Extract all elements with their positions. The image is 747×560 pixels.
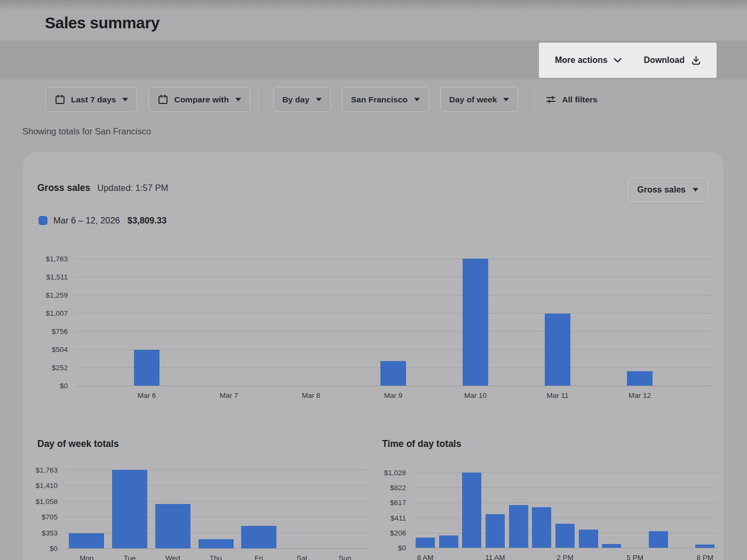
bar-3pm[interactable] [579,530,598,548]
bar-11am[interactable] [486,514,505,548]
metric-select-dropdown[interactable]: Gross sales [627,178,708,202]
gridline [75,277,711,277]
y-axis-label: $0 [398,544,406,552]
report-card: Gross sales Updated: 1:57 PM Gross sales… [23,152,724,560]
updated-timestamp: Updated: 1:57 PM [97,183,168,193]
bar-mar12[interactable] [627,371,653,386]
x-axis-label: Thu [195,554,237,560]
x-axis-label: Mar 9 [372,391,415,399]
bar-thu[interactable] [198,539,234,548]
granularity-filter-label: By day [282,95,309,105]
gridline [414,473,717,473]
gridline [65,485,367,486]
bar-wed[interactable] [155,504,190,549]
series-legend: Mar 6 – 12, 2026 $3,809.33 [38,215,166,226]
bar-mon[interactable] [69,533,104,548]
gridline [75,295,711,295]
x-axis-label: Mar 6 [125,391,168,399]
gridline [65,470,367,470]
bar-8am[interactable] [416,538,435,548]
caret-down-icon [316,98,322,101]
gridline [414,518,717,518]
location-filter-button[interactable]: San Francisco [342,87,429,112]
time-of-day-title: Time of day totals [382,438,461,450]
granularity-filter-button[interactable]: By day [273,87,331,112]
y-axis-label: $1,259 [46,291,68,299]
x-axis-label: 8 PM [684,554,726,560]
y-axis-label: $411 [391,514,406,522]
date-range-filter-label: Last 7 days [71,95,116,105]
x-axis-label: Mar 10 [454,391,497,399]
y-axis-label: $353 [42,529,58,537]
filter-divider [529,87,530,112]
gridline [75,386,711,386]
gridline [75,349,711,350]
chevron-down-icon [614,58,622,63]
filter-bar: Last 7 days Compare with By day San Fran… [45,87,602,112]
y-axis-label: $252 [52,363,68,371]
gridline [65,548,367,549]
calendar-icon [54,94,66,105]
bar-mar10[interactable] [463,259,488,386]
bar-12pm[interactable] [509,505,528,548]
x-axis-label: 11 AM [474,554,516,560]
bar-9am[interactable] [439,535,458,548]
y-axis-label: $0 [50,545,58,553]
y-axis-label: $1,007 [46,309,68,317]
all-filters-button[interactable]: All filters [541,94,601,105]
metric-title: Gross sales [37,182,90,194]
x-axis-label: 2 PM [544,554,586,560]
y-axis-label: $822 [390,484,406,492]
more-actions-button[interactable]: More actions [555,55,622,65]
y-axis-label: $1,410 [36,482,58,490]
gross-sales-by-day-chart: $1,763$1,511$1,259$1,007$756$504$252$0Ma… [30,259,711,402]
gridline [65,533,367,533]
legend-period: Mar 6 – 12, 2026 [53,215,120,226]
compare-with-filter-button[interactable]: Compare with [148,87,250,112]
y-axis-label: $1,028 [384,469,406,477]
x-axis-label: Sat [281,554,323,560]
bar-1pm[interactable] [532,507,551,548]
all-filters-label: All filters [562,95,597,105]
bar-mar6[interactable] [134,350,160,386]
day-of-week-chart: $1,763$1,410$1,058$705$353$0MonTueWedThu… [30,470,367,560]
page-title: Sales summary [45,14,160,32]
caret-down-icon [414,98,420,101]
gridline [414,487,717,488]
gridline [75,259,711,259]
location-filter-label: San Francisco [351,95,408,105]
y-axis-label: $1,511 [46,273,68,281]
time-of-day-chart: $1,028$822$617$411$206$08 AM11 AM2 PM5 P… [378,473,717,560]
bar-4pm[interactable] [602,544,621,548]
bar-6pm[interactable] [649,531,668,548]
bar-mar9[interactable] [380,361,406,386]
x-axis-label: Mon [65,554,108,560]
download-button[interactable]: Download [644,55,702,66]
gridline [75,331,711,332]
actions-highlight-box: More actions Download [539,43,717,78]
bar-fri[interactable] [241,526,276,548]
bar-tue[interactable] [112,470,147,548]
card-header: Gross sales Updated: 1:57 PM [37,182,168,194]
bar-10am[interactable] [462,473,481,548]
y-axis-label: $1,763 [36,466,58,474]
y-axis-label: $1,763 [46,255,68,263]
gridline [414,548,717,548]
bar-2pm[interactable] [555,524,575,548]
breakdown-filter-button[interactable]: Day of week [440,87,519,112]
y-axis-label: $756 [52,327,68,335]
x-axis-label: Tue [108,554,151,560]
gridline [414,502,717,503]
download-label: Download [644,55,685,65]
bar-8pm[interactable] [695,545,714,548]
y-axis-label: $206 [390,529,406,537]
date-range-filter-button[interactable]: Last 7 days [45,87,137,112]
gridline [65,501,367,502]
sliders-icon [545,94,557,105]
bar-mar11[interactable] [545,314,570,386]
x-axis-label: Mar 8 [290,391,332,399]
x-axis-label: Mar 12 [618,391,661,399]
gridline [75,313,711,314]
x-axis-label: 5 PM [614,554,656,560]
showing-totals-text: Showing totals for San Francisco [22,126,151,137]
